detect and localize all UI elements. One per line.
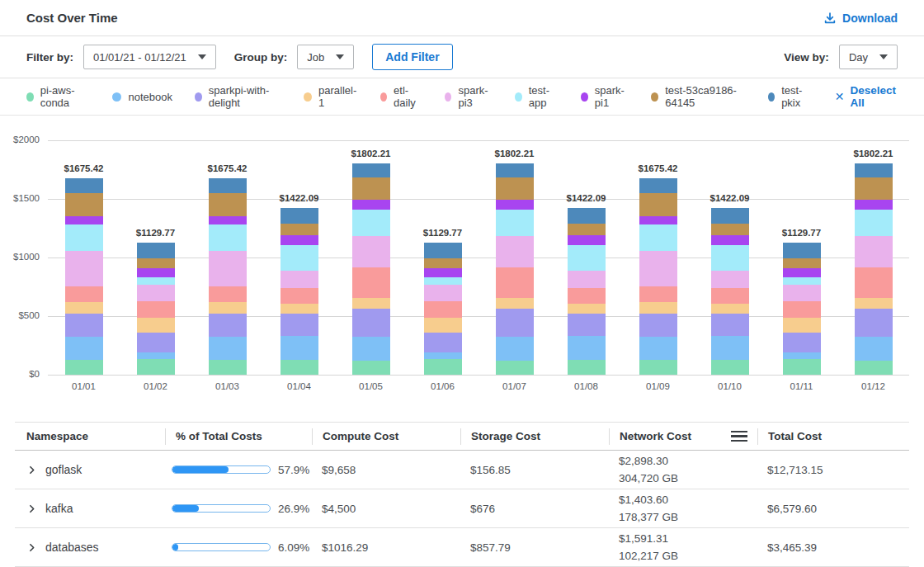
bar-segment-notebook[interactable] — [568, 336, 606, 360]
bar-segment-test-app[interactable] — [783, 277, 821, 285]
legend-item-etl-daily[interactable]: etl-daily — [380, 84, 422, 109]
bar-segment-sparkpi-with-delight[interactable] — [568, 314, 606, 336]
bar-segment-notebook[interactable] — [209, 337, 247, 360]
bar-segment-test-app[interactable] — [209, 224, 247, 251]
bar-segment-sparkpi-with-delight[interactable] — [209, 314, 247, 337]
bar-segment-spark-pi1[interactable] — [568, 235, 606, 245]
bar-segment-spark-pi1[interactable] — [280, 235, 318, 245]
bar-segment-spark-pi3[interactable] — [639, 251, 677, 287]
bar-segment-spark-pi3[interactable] — [280, 271, 318, 287]
bar-segment-notebook[interactable] — [639, 337, 677, 360]
bar-segment-pi-aws-conda[interactable] — [65, 360, 103, 375]
bar-segment-test-pkix[interactable] — [783, 243, 821, 258]
bar-segment-test-app[interactable] — [496, 210, 534, 237]
bar-segment-pi-aws-conda[interactable] — [568, 360, 606, 375]
bar-segment-test-pkix[interactable] — [855, 163, 893, 177]
bar-segment-etl-daily[interactable] — [352, 267, 390, 298]
bar-segment-test-app[interactable] — [352, 210, 390, 237]
bar-segment-etl-daily[interactable] — [639, 286, 677, 302]
chevron-right-icon[interactable] — [26, 503, 37, 514]
bar-segment-sparkpi-with-delight[interactable] — [855, 309, 893, 337]
bar-segment-test-pkix[interactable] — [209, 178, 247, 193]
bar-segment-etl-daily[interactable] — [568, 288, 606, 304]
bar-segment-spark-pi3[interactable] — [424, 285, 462, 301]
add-filter-button[interactable]: Add Filter — [372, 44, 452, 70]
bar-segment-pi-aws-conda[interactable] — [711, 360, 749, 375]
bar-segment-test-app[interactable] — [568, 245, 606, 271]
bar-segment-spark-pi1[interactable] — [783, 268, 821, 277]
bar-segment-parallel-1[interactable] — [639, 302, 677, 314]
bar-segment-parallel-1[interactable] — [65, 302, 103, 314]
bar-segment-sparkpi-with-delight[interactable] — [424, 333, 462, 352]
bar-segment-spark-pi1[interactable] — [65, 216, 103, 225]
bar-segment-sparkpi-with-delight[interactable] — [65, 314, 103, 337]
download-button[interactable]: Download — [823, 12, 898, 25]
bar-segment-test-53ca9186-64145[interactable] — [352, 177, 390, 200]
bar-segment-spark-pi3[interactable] — [568, 271, 606, 287]
stacked-bar-01/05[interactable]: $1802.21 — [352, 163, 390, 375]
bar-segment-parallel-1[interactable] — [280, 304, 318, 314]
bar-segment-etl-daily[interactable] — [65, 286, 103, 302]
bar-segment-notebook[interactable] — [711, 336, 749, 360]
bar-segment-test-53ca9186-64145[interactable] — [280, 224, 318, 235]
bar-segment-notebook[interactable] — [352, 337, 390, 361]
stacked-bar-01/04[interactable]: $1422.09 — [280, 208, 318, 375]
bar-segment-spark-pi1[interactable] — [496, 200, 534, 210]
bar-segment-spark-pi3[interactable] — [855, 236, 893, 267]
view-by-select[interactable]: Day — [839, 45, 898, 69]
stacked-bar-01/06[interactable]: $1129.77 — [424, 243, 462, 375]
stacked-bar-01/08[interactable]: $1422.09 — [568, 208, 606, 375]
bar-segment-test-pkix[interactable] — [280, 208, 318, 224]
stacked-bar-01/12[interactable]: $1802.21 — [855, 163, 893, 375]
bar-segment-test-pkix[interactable] — [137, 243, 175, 258]
bar-segment-pi-aws-conda[interactable] — [639, 360, 677, 375]
bar-segment-test-53ca9186-64145[interactable] — [496, 177, 534, 200]
bar-segment-test-pkix[interactable] — [65, 178, 103, 193]
bar-segment-sparkpi-with-delight[interactable] — [783, 333, 821, 352]
menu-icon[interactable] — [731, 431, 747, 442]
bar-segment-test-53ca9186-64145[interactable] — [568, 224, 606, 235]
bar-segment-etl-daily[interactable] — [137, 301, 175, 319]
bar-segment-test-app[interactable] — [137, 277, 175, 285]
bar-segment-spark-pi1[interactable] — [711, 235, 749, 245]
bar-segment-test-53ca9186-64145[interactable] — [424, 258, 462, 269]
stacked-bar-01/09[interactable]: $1675.42 — [639, 178, 677, 375]
bar-segment-sparkpi-with-delight[interactable] — [639, 314, 677, 337]
bar-segment-pi-aws-conda[interactable] — [496, 361, 534, 375]
bar-segment-pi-aws-conda[interactable] — [424, 359, 462, 375]
bar-segment-parallel-1[interactable] — [209, 302, 247, 314]
bar-segment-spark-pi3[interactable] — [352, 236, 390, 267]
bar-segment-sparkpi-with-delight[interactable] — [496, 309, 534, 337]
bar-segment-parallel-1[interactable] — [783, 318, 821, 332]
bar-segment-test-53ca9186-64145[interactable] — [65, 193, 103, 216]
bar-segment-sparkpi-with-delight[interactable] — [137, 333, 175, 352]
bar-segment-pi-aws-conda[interactable] — [855, 361, 893, 375]
bar-segment-test-53ca9186-64145[interactable] — [209, 193, 247, 216]
legend-item-parallel-1[interactable]: parallel-1 — [304, 84, 357, 109]
stacked-bar-01/07[interactable]: $1802.21 — [496, 163, 534, 375]
bar-segment-notebook[interactable] — [496, 337, 534, 361]
bar-segment-spark-pi1[interactable] — [137, 268, 175, 277]
bar-segment-sparkpi-with-delight[interactable] — [711, 314, 749, 336]
bar-segment-test-pkix[interactable] — [711, 208, 749, 224]
bar-segment-test-app[interactable] — [280, 245, 318, 271]
bar-segment-test-53ca9186-64145[interactable] — [711, 224, 749, 235]
chevron-right-icon[interactable] — [26, 465, 37, 475]
deselect-all-button[interactable]: ✕ Deselect All — [835, 84, 898, 109]
bar-segment-test-app[interactable] — [424, 277, 462, 285]
bar-segment-pi-aws-conda[interactable] — [352, 361, 390, 375]
bar-segment-test-53ca9186-64145[interactable] — [639, 193, 677, 216]
bar-segment-test-53ca9186-64145[interactable] — [783, 258, 821, 269]
bar-segment-pi-aws-conda[interactable] — [137, 359, 175, 375]
legend-item-notebook[interactable]: notebook — [112, 91, 172, 103]
bar-segment-test-pkix[interactable] — [639, 178, 677, 193]
legend-item-pi-aws-conda[interactable]: pi-aws-conda — [26, 84, 90, 109]
bar-segment-test-app[interactable] — [639, 224, 677, 251]
bar-segment-parallel-1[interactable] — [137, 318, 175, 332]
bar-segment-etl-daily[interactable] — [783, 301, 821, 319]
bar-segment-spark-pi3[interactable] — [711, 271, 749, 287]
legend-item-test-pkix[interactable]: test-pkix — [768, 84, 813, 109]
bar-segment-test-53ca9186-64145[interactable] — [855, 177, 893, 200]
legend-item-spark-pi1[interactable]: spark-pi1 — [581, 84, 629, 109]
bar-segment-parallel-1[interactable] — [711, 304, 749, 314]
